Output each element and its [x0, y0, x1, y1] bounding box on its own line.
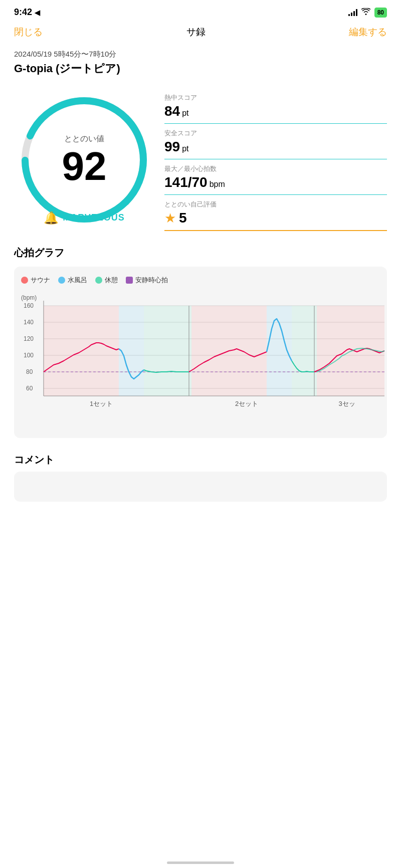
- stats-panel: 熱中スコア 84 pt 安全スコア 99 pt 最大／最小心拍数 141/70 …: [164, 88, 387, 231]
- stat-label-2: 安全スコア: [164, 129, 387, 138]
- stat-value-3: 141/70 bpm: [164, 174, 387, 190]
- svg-text:160: 160: [24, 302, 34, 309]
- score-section: ととのい値 92 🔔 MARVELOUS 熱中スコア 84 pt 安全スコア 9…: [14, 88, 387, 231]
- signal-icon: [348, 9, 357, 16]
- gauge-badge: 🔔 MARVELOUS: [44, 211, 125, 225]
- stat-value-1: 84 pt: [164, 103, 387, 119]
- svg-text:2セット: 2セット: [235, 400, 258, 407]
- session-datetime: 2024/05/19 5時45分〜7時10分: [14, 50, 387, 59]
- svg-rect-22: [144, 306, 191, 396]
- svg-text:(bpm): (bpm): [21, 294, 37, 301]
- svg-text:80: 80: [26, 368, 33, 375]
- stat-stars: ★ 5: [164, 210, 387, 226]
- stat-label-1: 熱中スコア: [164, 93, 387, 102]
- svg-rect-20: [119, 306, 144, 396]
- page-title: サ録: [186, 26, 206, 39]
- time-display: 9:42: [14, 7, 32, 18]
- stat-item-4: ととのい自己評価 ★ 5: [164, 195, 387, 231]
- marvelous-icon: 🔔: [44, 211, 59, 225]
- svg-text:60: 60: [26, 385, 33, 392]
- gauge-center: ととのい値 92: [62, 133, 107, 186]
- svg-rect-21: [267, 306, 292, 396]
- svg-text:1セット: 1セット: [90, 400, 113, 407]
- comment-title: コメント: [14, 453, 387, 467]
- gauge-label: ととのい値: [62, 133, 107, 144]
- legend-mizuburo: 水風呂: [58, 276, 87, 285]
- legend-resting-hr: 安静時心拍: [126, 276, 168, 285]
- legend-rest: 休憩: [95, 276, 118, 285]
- svg-text:140: 140: [24, 319, 34, 326]
- marvelous-text: MARVELOUS: [63, 212, 125, 223]
- location-icon: ◀: [35, 9, 40, 17]
- battery-indicator: 80: [374, 8, 387, 18]
- stat-item-3: 最大／最小心拍数 141/70 bpm: [164, 159, 387, 195]
- graph-container: サウナ 水風呂 休憩 安静時心拍 (bpm) 160: [14, 267, 387, 438]
- comment-box[interactable]: [14, 472, 387, 502]
- svg-text:3セッ: 3セッ: [338, 400, 355, 407]
- gauge-value: 92: [62, 146, 107, 186]
- comment-section: コメント: [0, 453, 401, 502]
- stat-value-2: 99 pt: [164, 139, 387, 155]
- status-time: 9:42 ◀: [14, 7, 40, 18]
- legend-sauna: サウナ: [21, 276, 50, 285]
- close-button[interactable]: 閉じる: [14, 26, 43, 39]
- wifi-icon: [361, 8, 370, 17]
- main-content: 2024/05/19 5時45分〜7時10分 G-topia (ジートピア) と…: [0, 45, 401, 438]
- svg-rect-23: [292, 306, 317, 396]
- graph-legend: サウナ 水風呂 休憩 安静時心拍: [21, 276, 380, 285]
- heart-rate-graph: (bpm) 160 140 120 100 80 60: [21, 291, 380, 431]
- stat-label-4: ととのい自己評価: [164, 200, 387, 209]
- svg-text:100: 100: [24, 352, 34, 359]
- stat-item-2: 安全スコア 99 pt: [164, 124, 387, 159]
- nav-bar: 閉じる サ録 編集する: [0, 22, 401, 45]
- graph-svg: (bpm) 160 140 120 100 80 60: [21, 291, 387, 431]
- gauge-container: ととのい値 92 🔔 MARVELOUS: [14, 90, 154, 230]
- status-right: 80: [348, 8, 387, 18]
- stat-label-3: 最大／最小心拍数: [164, 164, 387, 173]
- status-bar: 9:42 ◀ 80: [0, 0, 401, 22]
- edit-button[interactable]: 編集する: [349, 26, 387, 39]
- svg-text:120: 120: [24, 335, 34, 342]
- graph-section-title: 心拍グラフ: [14, 246, 387, 260]
- stat-item-1: 熱中スコア 84 pt: [164, 88, 387, 124]
- home-indicator: [167, 861, 234, 864]
- facility-name: G-topia (ジートピア): [14, 61, 387, 76]
